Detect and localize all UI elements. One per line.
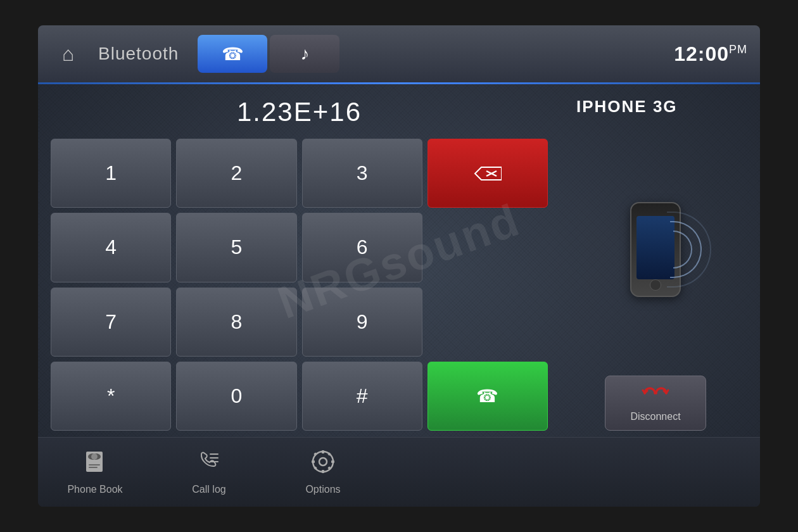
dial-star[interactable]: * — [51, 362, 171, 431]
dial-9[interactable]: 9 — [302, 288, 422, 357]
bottom-options[interactable]: Options — [291, 449, 355, 495]
music-tab-icon: ♪ — [300, 44, 309, 64]
header-accent-line — [38, 82, 760, 84]
home-icon: ⌂ — [62, 42, 74, 66]
bottom-phonebook[interactable]: Phone Book — [63, 449, 127, 495]
call-button[interactable]: ☎ — [428, 362, 548, 431]
home-button[interactable]: ⌂ — [51, 37, 86, 72]
calllog-label: Call log — [192, 484, 225, 495]
tab-call[interactable]: ☎ — [198, 35, 267, 73]
svg-rect-7 — [89, 467, 98, 468]
calllog-icon — [196, 449, 222, 480]
dialpad-section: 1.23E+16 1 2 3 — [38, 84, 557, 437]
dial-6[interactable]: 6 — [302, 213, 422, 282]
tab-music[interactable]: ♪ — [270, 35, 339, 73]
phone-visual — [630, 123, 681, 376]
dial-7[interactable]: 7 — [51, 288, 171, 357]
call-icon: ☎ — [476, 386, 498, 407]
phonebook-icon — [82, 449, 108, 480]
signal-wave-3 — [667, 212, 711, 288]
backspace-button[interactable] — [428, 139, 548, 208]
options-label: Options — [305, 484, 340, 495]
dial-4[interactable]: 4 — [51, 213, 171, 282]
disconnect-icon — [640, 384, 671, 407]
dial-0[interactable]: 0 — [176, 362, 296, 431]
svg-rect-13 — [322, 450, 324, 453]
time-period: PM — [729, 43, 747, 56]
backspace-icon — [474, 165, 502, 182]
svg-marker-0 — [475, 167, 502, 180]
dial-3[interactable]: 3 — [302, 139, 422, 208]
disconnect-button[interactable]: Disconnect — [605, 376, 706, 431]
dial-2[interactable]: 2 — [176, 139, 296, 208]
dialpad-grid: 1 2 3 — [51, 139, 548, 431]
dial-8[interactable]: 8 — [176, 288, 296, 357]
dial-5[interactable]: 5 — [176, 213, 296, 282]
bottom-bar: Phone Book Call log — [38, 437, 760, 507]
phone-section: IPHONE 3G — [557, 84, 760, 437]
header-tabs: ☎ ♪ — [198, 35, 339, 73]
bottom-calllog[interactable]: Call log — [177, 449, 241, 495]
disconnect-label: Disconnect — [630, 411, 680, 422]
svg-rect-15 — [312, 460, 315, 463]
phone-body — [630, 202, 681, 297]
main-screen: ⌂ Bluetooth ☎ ♪ 12:00PM NRGsound 1.23E+1… — [38, 25, 760, 507]
options-icon — [310, 449, 336, 480]
header-title: Bluetooth — [98, 44, 179, 64]
svg-rect-6 — [89, 464, 100, 466]
svg-point-12 — [319, 458, 327, 466]
svg-rect-14 — [322, 470, 324, 473]
svg-point-5 — [91, 453, 98, 460]
phone-tab-icon: ☎ — [222, 44, 244, 65]
time-value: 12:00 — [674, 42, 729, 65]
device-name: IPHONE 3G — [576, 97, 678, 117]
header-time: 12:00PM — [674, 42, 747, 66]
phone-home-button — [650, 279, 661, 291]
dial-1[interactable]: 1 — [51, 139, 171, 208]
phonebook-label: Phone Book — [67, 484, 122, 495]
display-number: 1.23E+16 — [51, 97, 548, 127]
dial-hash[interactable]: # — [302, 362, 422, 431]
main-content: NRGsound 1.23E+16 1 2 3 — [38, 84, 760, 437]
svg-rect-16 — [331, 460, 334, 463]
header: ⌂ Bluetooth ☎ ♪ 12:00PM — [38, 25, 760, 82]
